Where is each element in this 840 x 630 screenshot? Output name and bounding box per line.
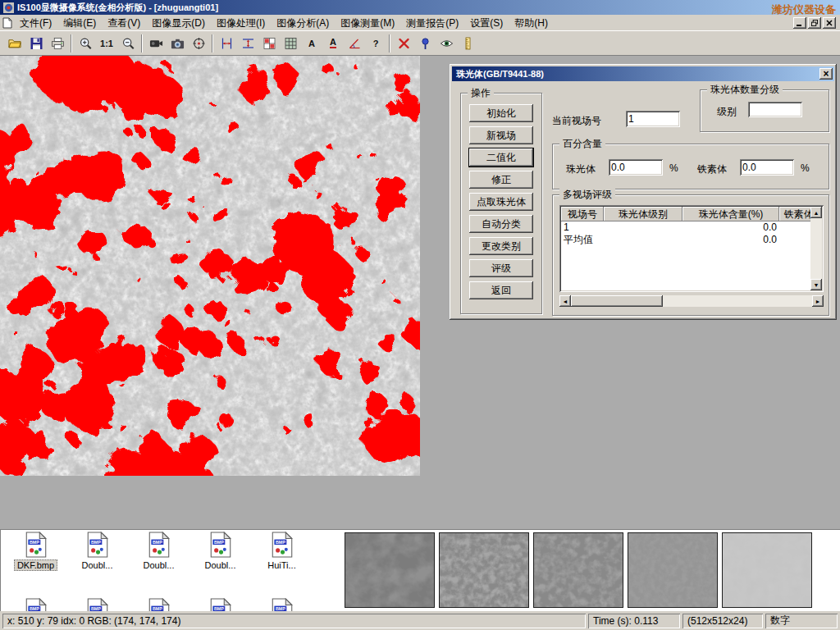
grid-measure-button[interactable] [258,33,280,53]
column-header[interactable]: 视场号 [561,207,604,221]
zoom-in-button[interactable] [75,33,96,53]
table-cell: 0.0 [682,234,779,246]
delete-annotation-button[interactable] [393,33,414,53]
menu-edit[interactable]: 编辑(E) [57,16,102,30]
file-name: DKF.bmp [14,559,57,571]
child-restore-button[interactable] [808,17,821,29]
file-item[interactable]: BMPHuiTi... [251,532,313,571]
column-header[interactable]: 铁素体含量(%) [779,207,810,221]
column-header[interactable]: 珠光体级别 [604,207,682,221]
menu-settings[interactable]: 设置(S) [464,16,509,30]
svg-text:BMP: BMP [29,606,39,611]
menu-image-analysis[interactable]: 图像分析(A) [271,16,335,30]
menu-image-measure[interactable]: 图像测量(M) [335,16,400,30]
document-icon[interactable] [2,17,14,29]
marker-button[interactable] [414,33,436,53]
operation-group: 操作 初始化新视场二值化修正点取珠光体自动分类更改类别评级返回 [460,93,542,314]
video-capture-button[interactable] [145,33,167,53]
column-header[interactable]: 珠光体含量(%) [682,207,779,221]
binarize-button[interactable]: 二值化 [469,148,533,167]
scrollbar-track[interactable] [810,218,822,279]
pearlite-percent-input[interactable] [609,159,663,176]
file-name: HuiTi... [264,559,299,571]
micrograph-svg [0,56,420,476]
zoom-out-button[interactable] [117,33,139,53]
target-button[interactable] [188,33,209,53]
file-item[interactable]: BMPDoubl... [189,532,251,571]
caliper-horizontal-button[interactable] [237,33,258,53]
menu-file[interactable]: 文件(F) [14,16,57,30]
table-cell [604,234,682,246]
table-row[interactable]: 10.0 [561,221,810,234]
operation-group-title: 操作 [468,87,494,98]
help-button[interactable]: ? [365,33,386,53]
menu-measure-report[interactable]: 测量报告(P) [400,16,464,30]
svg-text:BMP: BMP [213,540,223,545]
change-class-button[interactable]: 更改类别 [469,237,533,255]
ruler-button[interactable] [457,33,478,53]
file-item-partial[interactable]: BMP [128,598,189,611]
file-item-partial[interactable]: BMP [66,598,128,611]
dialog-close-button[interactable]: × [819,68,833,80]
menu-image-display[interactable]: 图像显示(D) [146,16,211,30]
thumbnail-1[interactable] [345,532,435,608]
file-item[interactable]: BMPDKF.bmp [5,532,66,571]
preview-button[interactable] [436,33,457,53]
angle-measure-button[interactable] [344,33,365,53]
multifield-table: 视场号珠光体级别珠光体含量(%)铁素体含量(%) 10.0平均值0.0 ▲ ▼ [559,205,824,292]
ferrite-percent-input[interactable] [740,159,794,176]
file-item-partial[interactable]: BMP [251,598,313,611]
revise-button[interactable]: 修正 [469,171,533,189]
scroll-left-button[interactable]: ◄ [559,295,571,307]
text-annotation-button[interactable]: A [301,33,322,53]
micrograph-view[interactable] [0,56,420,476]
file-item-partial[interactable]: BMP [5,598,66,611]
scroll-down-button[interactable]: ▼ [810,279,822,290]
thumbnail-3[interactable] [533,532,623,608]
table-row[interactable]: 平均值0.0 [561,234,810,246]
new-field-button[interactable]: 新视场 [469,126,533,144]
scrollbar-track[interactable] [571,295,812,307]
scroll-up-button[interactable]: ▲ [810,207,822,218]
table-grid: 视场号珠光体级别珠光体含量(%)铁素体含量(%) 10.0平均值0.0 [561,207,810,290]
thumbnail-5[interactable] [722,532,812,608]
pick-pearlite-button[interactable]: 点取珠光体 [469,193,533,211]
file-item[interactable]: BMPDoubl... [128,532,189,571]
text-style-button[interactable]: A [322,33,344,53]
file-name: Doubl... [79,559,116,571]
table-vertical-scrollbar[interactable]: ▲ ▼ [810,207,822,290]
caliper-button[interactable] [216,33,237,53]
grade-button[interactable]: 评级 [469,259,533,277]
bmp-file-icon: BMP [210,532,231,558]
open-button[interactable] [4,33,25,53]
return-button[interactable]: 返回 [469,281,533,299]
scrollbar-thumb[interactable] [571,295,663,307]
file-item[interactable]: BMPDoubl... [66,532,128,571]
current-field-input[interactable] [626,111,680,127]
actual-size-button[interactable]: 1:1 [96,33,117,53]
svg-text:BMP: BMP [152,606,162,611]
svg-text:BMP: BMP [275,606,285,611]
table-horizontal-scrollbar[interactable]: ◄ ► [559,295,824,307]
child-minimize-button[interactable] [793,17,806,29]
caliper-horizontal-icon [241,37,255,50]
save-button[interactable] [25,33,47,53]
menu-items: 文件(F)编辑(E)查看(V)图像显示(D)图像处理(I)图像分析(A)图像测量… [14,15,554,30]
scroll-right-button[interactable]: ► [812,295,824,307]
thumbnail-4[interactable] [628,532,718,608]
pearlite-dialog: 珠光体(GB/T9441-88) × 操作 初始化新视场二值化修正点取珠光体自动… [450,64,837,320]
dialog-title-bar[interactable]: 珠光体(GB/T9441-88) × [452,66,834,81]
menu-help[interactable]: 帮助(H) [509,16,554,30]
photo-capture-button[interactable] [167,33,188,53]
level-input[interactable] [748,102,802,117]
auto-classify-button[interactable]: 自动分类 [469,215,533,233]
file-item-partial[interactable]: BMP [189,598,251,611]
blue-marker-icon [418,37,432,50]
initialize-button[interactable]: 初始化 [469,104,533,122]
child-close-button[interactable] [823,17,836,29]
menu-image-process[interactable]: 图像处理(I) [211,16,271,30]
thumbnail-2[interactable] [439,532,529,608]
print-button[interactable] [47,33,68,53]
menu-view[interactable]: 查看(V) [102,16,146,30]
area-measure-button[interactable] [280,33,301,53]
